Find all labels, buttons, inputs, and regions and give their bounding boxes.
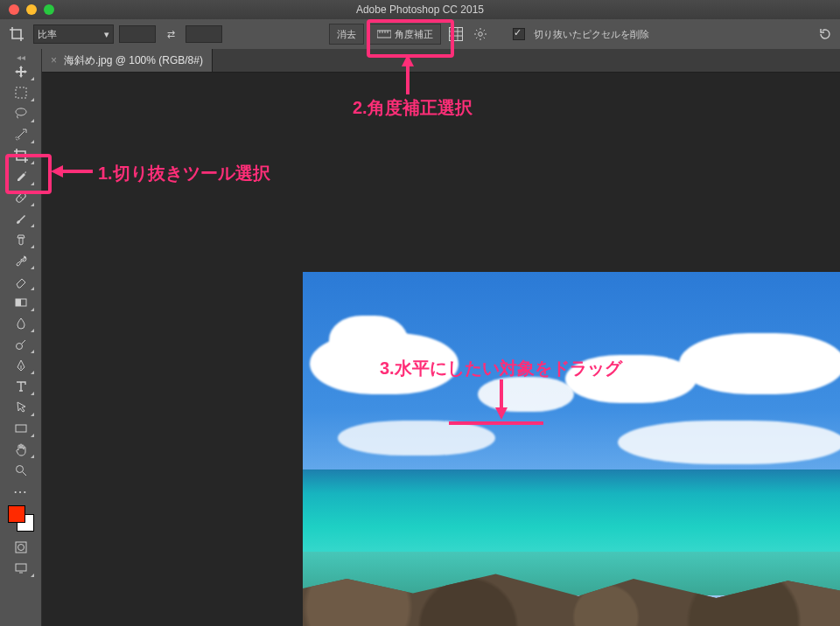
minimize-window-button[interactable]: [26, 4, 37, 15]
swap-dims-button[interactable]: ⇄: [161, 24, 180, 44]
svg-point-2: [479, 32, 483, 37]
canvas-image[interactable]: [303, 272, 840, 626]
annotation-text-2: 2.角度補正選択: [353, 96, 472, 120]
hand-tool[interactable]: [6, 439, 36, 460]
clone-tool[interactable]: [6, 229, 36, 250]
annotation-arrow-3: [495, 379, 508, 420]
crop-tool-icon: [5, 23, 28, 45]
annotation-text-3: 3.水平にしたい対象をドラッグ: [380, 357, 622, 380]
document-tab-label: 海斜め.jpg @ 100% (RGB/8#): [64, 53, 203, 68]
annotation-arrow-1: [51, 165, 93, 177]
svg-rect-3: [16, 87, 26, 98]
brush-tool[interactable]: [6, 208, 36, 229]
app-title: Adobe Photoshop CC 2015: [0, 3, 840, 16]
edit-toolbar-button[interactable]: ⋯: [6, 481, 36, 502]
svg-rect-14: [16, 542, 26, 553]
gradient-tool[interactable]: [6, 292, 36, 313]
path-select-tool[interactable]: [6, 397, 36, 418]
annotation-text-1: 1.切り抜きツール選択: [98, 162, 270, 185]
crop-preset-select[interactable]: 比率 ▾: [33, 24, 114, 44]
options-bar: 比率 ▾ ⇄ 消去 角度補正 切り抜いたピクセルを削除: [0, 19, 840, 49]
straighten-label: 角度補正: [395, 28, 433, 41]
screen-mode-button[interactable]: [6, 558, 36, 579]
quick-select-tool[interactable]: [6, 124, 36, 145]
ruler-icon: [377, 29, 391, 39]
straighten-button[interactable]: 角度補正: [369, 24, 441, 45]
eraser-tool[interactable]: [6, 271, 36, 292]
svg-point-11: [16, 344, 22, 350]
blur-tool[interactable]: [6, 313, 36, 334]
grid-overlay-button[interactable]: [446, 24, 466, 44]
lasso-tool[interactable]: [6, 103, 36, 124]
annotation-arrow-2: [402, 54, 414, 94]
toolbox: ◂◂ ⋯: [0, 49, 42, 626]
svg-rect-1: [450, 28, 463, 41]
history-brush-tool[interactable]: [6, 250, 36, 271]
svg-point-7: [20, 197, 22, 198]
marquee-tool[interactable]: [6, 82, 36, 103]
clear-button[interactable]: 消去: [329, 24, 364, 45]
svg-point-6: [18, 195, 20, 197]
svg-rect-16: [16, 564, 26, 571]
titlebar: Adobe Photoshop CC 2015: [0, 0, 840, 19]
document-tab[interactable]: × 海斜め.jpg @ 100% (RGB/8#): [42, 49, 213, 72]
window-controls: [9, 4, 54, 15]
crop-width-input[interactable]: [119, 25, 156, 43]
toolbox-collapse-button[interactable]: ◂◂: [4, 52, 38, 61]
svg-point-15: [18, 545, 24, 551]
close-window-button[interactable]: [9, 4, 19, 15]
svg-rect-10: [16, 299, 21, 306]
type-tool[interactable]: [6, 376, 36, 397]
reset-button[interactable]: [816, 24, 835, 44]
foreground-color-swatch[interactable]: [8, 505, 25, 523]
crop-tool[interactable]: [6, 145, 36, 166]
move-tool[interactable]: [6, 61, 36, 82]
crop-settings-button[interactable]: [471, 24, 490, 44]
canvas-area: × 海斜め.jpg @ 100% (RGB/8#): [42, 49, 840, 626]
pen-tool[interactable]: [6, 355, 36, 376]
spot-heal-tool[interactable]: [6, 187, 36, 208]
svg-rect-0: [377, 31, 391, 38]
svg-point-8: [22, 198, 24, 200]
zoom-tool[interactable]: [6, 460, 36, 481]
document-tab-bar: × 海斜め.jpg @ 100% (RGB/8#): [42, 49, 840, 73]
svg-rect-12: [16, 425, 26, 432]
svg-point-13: [16, 466, 23, 473]
chevron-down-icon: ▾: [104, 29, 109, 40]
crop-height-input[interactable]: [186, 25, 222, 43]
delete-pixels-label: 切り抜いたピクセルを削除: [534, 28, 649, 41]
crop-preset-value: 比率: [38, 28, 57, 41]
delete-pixels-checkbox[interactable]: [513, 28, 525, 40]
color-swatches[interactable]: [8, 505, 34, 532]
eyedropper-tool[interactable]: [6, 166, 36, 187]
dodge-tool[interactable]: [6, 334, 36, 355]
quick-mask-button[interactable]: [6, 537, 36, 558]
maximize-window-button[interactable]: [44, 4, 54, 15]
rectangle-tool[interactable]: [6, 418, 36, 439]
annotation-drag-line: [449, 421, 543, 425]
